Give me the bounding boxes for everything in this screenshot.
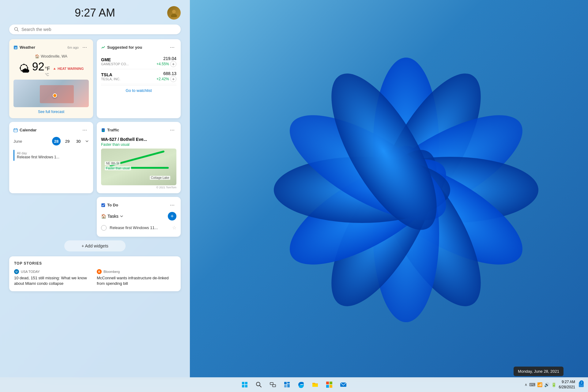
calendar-event: All day Release first Windows 1... <box>13 148 89 163</box>
todo-more-button[interactable]: ··· <box>168 201 176 209</box>
calendar-expand-icon[interactable] <box>85 139 89 143</box>
weather-heat-zone <box>40 85 74 103</box>
traffic-map: Cottage Lake NE 8th St Faster than usual <box>101 149 176 185</box>
widgets-button[interactable] <box>281 379 293 391</box>
calendar-more-button[interactable]: ··· <box>81 126 89 134</box>
svg-rect-28 <box>245 382 247 384</box>
calendar-day-29[interactable]: 29 <box>63 137 72 145</box>
stock-tsla-change: +2.42% + <box>156 76 176 82</box>
windows-logo <box>268 52 544 328</box>
stock-gme-add[interactable]: + <box>170 61 176 67</box>
stock-tsla-price: 688.13 <box>156 71 176 76</box>
mail-button[interactable] <box>337 379 349 391</box>
calendar-day-28[interactable]: 28 <box>52 137 61 145</box>
taskbar-center <box>239 379 349 391</box>
stories-grid: U USA TODAY 10 dead, 151 still missing: … <box>14 269 176 286</box>
todo-tasks-label[interactable]: 🏠 Tasks <box>101 214 123 219</box>
event-time: All day <box>17 151 59 155</box>
calendar-header: Calendar ··· <box>13 126 89 134</box>
svg-rect-37 <box>284 385 287 387</box>
stocks-title: Suggested for you <box>107 45 142 50</box>
svg-rect-42 <box>330 385 332 388</box>
traffic-status2-label: Faster than usual <box>105 166 131 170</box>
mail-icon <box>340 381 347 388</box>
stocks-more-button[interactable]: ··· <box>168 43 176 51</box>
edge-button[interactable] <box>295 379 307 391</box>
go-watchlist-link[interactable]: Go to watchlist <box>101 85 176 93</box>
stocks-header: Suggested for you ··· <box>101 43 176 51</box>
weather-sun-icon: 🌤 <box>19 62 30 75</box>
search-input[interactable] <box>21 27 176 32</box>
calendar-date-nav: June 28 29 30 <box>13 137 89 145</box>
story-1-source-icon: B <box>97 269 102 274</box>
wifi-icon[interactable]: 📶 <box>537 382 542 387</box>
weather-location-dot <box>53 93 57 98</box>
system-tray: ∧ ⌨ 📶 🔊 🔋 <box>525 382 556 387</box>
story-1-headline: McConnell wants infrastructure de-linked… <box>97 275 176 286</box>
todo-star-button[interactable]: ☆ <box>172 225 176 231</box>
stock-row-tsla: TSLA TESLA, INC. 688.13 +2.42% + <box>101 69 176 84</box>
weather-widget: ☁ Weather 6m ago ··· 🏠 Woodinville, WA 🌤… <box>9 39 93 118</box>
avatar-image <box>170 9 178 17</box>
windows-start-icon <box>242 382 248 388</box>
taskbar-search-button[interactable] <box>253 379 265 391</box>
weather-more-button[interactable]: ··· <box>81 43 89 51</box>
top-widgets-row: ☁ Weather 6m ago ··· 🏠 Woodinville, WA 🌤… <box>9 39 181 118</box>
svg-rect-18 <box>14 129 17 132</box>
todo-header: To Do ··· <box>101 201 176 209</box>
traffic-icon <box>101 128 105 132</box>
weather-title: Weather <box>20 45 35 50</box>
traffic-title: Traffic <box>107 128 119 132</box>
store-icon <box>326 381 333 388</box>
taskbar: ∧ ⌨ 📶 🔊 🔋 9:27 AM 6/28/2021 2 <box>0 377 588 392</box>
taskbar-clock[interactable]: 9:27 AM 6/28/2021 <box>559 379 575 390</box>
start-button[interactable] <box>239 379 251 391</box>
calendar-title: Calendar <box>20 128 37 132</box>
user-avatar[interactable] <box>167 6 181 20</box>
event-title[interactable]: Release first Windows 1... <box>17 155 59 159</box>
weather-temp: 92 <box>32 60 44 73</box>
todo-expand-icon <box>120 214 123 218</box>
search-bar[interactable] <box>9 24 181 34</box>
notification-center-button[interactable]: 2 <box>578 379 585 391</box>
svg-point-31 <box>256 382 260 386</box>
add-widgets-button[interactable]: + Add widgets <box>64 240 126 251</box>
svg-rect-34 <box>273 385 276 387</box>
svg-rect-38 <box>287 384 290 387</box>
volume-icon[interactable]: 🔊 <box>544 382 549 387</box>
explorer-icon <box>312 381 318 388</box>
svg-rect-35 <box>284 382 287 384</box>
todo-tasks-header: 🏠 Tasks + <box>101 212 176 221</box>
event-bar <box>13 150 14 161</box>
stock-gme-company: GAMESTOP CO... <box>101 62 129 66</box>
todo-icon <box>101 203 105 207</box>
todo-checkbox[interactable] <box>101 225 107 231</box>
weather-header: ☁ Weather 6m ago ··· <box>13 43 89 51</box>
svg-line-15 <box>17 30 19 32</box>
todo-add-button[interactable]: + <box>168 212 176 221</box>
svg-rect-39 <box>326 382 329 384</box>
notification-badge: 2 <box>579 380 584 385</box>
traffic-header: Traffic ··· <box>101 126 176 134</box>
store-button[interactable] <box>323 379 335 391</box>
story-0-source: U USA TODAY <box>14 269 93 274</box>
top-stories-card: TOP STORIES U USA TODAY 10 dead, 151 sti… <box>9 256 181 291</box>
traffic-more-button[interactable]: ··· <box>168 126 176 134</box>
calendar-day-30[interactable]: 30 <box>74 137 83 145</box>
date-tooltip: Monday, June 28, 2021 <box>514 367 564 376</box>
see-forecast-link[interactable]: See full forecast <box>13 110 89 114</box>
story-0-source-icon: U <box>14 269 19 274</box>
task-view-button[interactable] <box>267 379 279 391</box>
keyboard-icon[interactable]: ⌨ <box>529 382 535 387</box>
top-stories-title: TOP STORIES <box>14 261 176 266</box>
battery-icon[interactable]: 🔋 <box>551 382 556 387</box>
stock-tsla-add[interactable]: + <box>170 76 176 82</box>
taskbar-right: ∧ ⌨ 📶 🔊 🔋 9:27 AM 6/28/2021 2 <box>525 379 585 391</box>
expand-tray-button[interactable]: ∧ <box>525 383 527 387</box>
weather-alert: 🔺 HEAT WARNING <box>52 67 84 71</box>
story-1[interactable]: B Bloomberg McConnell wants infrastructu… <box>97 269 176 286</box>
weather-main: 🌤 92 °F °C 🔺 HEAT WARNING <box>13 60 89 77</box>
weather-unit: °F °C <box>45 66 50 77</box>
explorer-button[interactable] <box>309 379 321 391</box>
story-0[interactable]: U USA TODAY 10 dead, 151 still missing: … <box>14 269 93 286</box>
